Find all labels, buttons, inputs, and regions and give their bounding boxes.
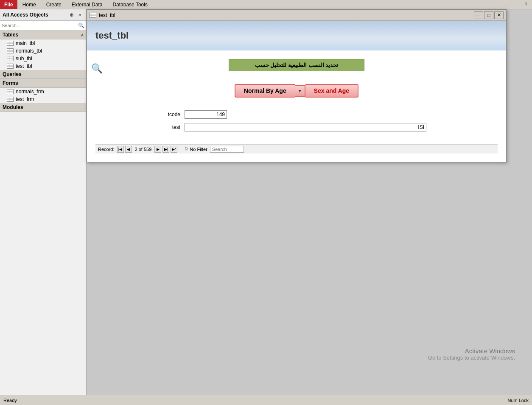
sidebar-search-icon[interactable]: ⊕ [67, 11, 75, 19]
modal-title-text: test_tbl [99, 12, 474, 18]
search-input[interactable] [2, 23, 78, 28]
database-tools-menu[interactable]: Database Tools [107, 0, 153, 9]
sidebar-header: All Access Objects ⊕ « [0, 9, 86, 21]
num-lock: Num Lock [507, 398, 529, 403]
last-record-button[interactable]: ▶| [162, 146, 169, 153]
file-menu[interactable]: File [0, 0, 17, 9]
form-icon [7, 89, 14, 94]
content-area: test_tbl — □ ✕ test_tbl 🔍 تحديد النسب ال… [87, 9, 532, 395]
normals-tbl-label: normals_tbl [16, 48, 42, 54]
sidebar-item-normals-tbl[interactable]: normals_tbl [0, 47, 86, 55]
sidebar-item-main-tbl[interactable]: main_tbl [0, 39, 86, 47]
test-input[interactable] [185, 123, 426, 131]
sidebar-collapse-icon[interactable]: « [76, 11, 84, 19]
prev-record-button[interactable]: ◀ [125, 146, 132, 153]
forms-label: Forms [3, 80, 18, 86]
bottom-bar: Ready Num Lock [0, 395, 532, 405]
magnify-icon: 🔍 [91, 63, 103, 74]
test-tbl-label: test_tbl [16, 63, 32, 69]
modal-maximize-button[interactable]: □ [484, 11, 493, 19]
forms-section-header[interactable]: Forms [0, 79, 86, 88]
create-menu[interactable]: Create [41, 0, 67, 9]
sidebar-header-icons: ⊕ « [67, 11, 84, 19]
activate-windows: Activate Windows Go to Settings to activ… [428, 347, 515, 361]
sidebar-item-test-tbl[interactable]: test_tbl [0, 62, 86, 70]
new-record-button[interactable]: ▶* [171, 146, 177, 153]
search-box: 🔍 [0, 21, 86, 31]
record-label: Record: [98, 147, 115, 152]
form-status-bar: Record: |◀ ◀ 2 of 559 ▶ ▶| ▶* ⚐ No Filte… [95, 144, 498, 154]
activate-subtitle: Go to Settings to activate Windows. [428, 355, 515, 361]
external-data-menu[interactable]: External Data [67, 0, 108, 9]
tcode-row: tcode [95, 110, 498, 119]
tcode-input[interactable] [185, 110, 227, 119]
queries-section-header[interactable]: Queries [0, 70, 86, 79]
menu-bar: File Home Create External Data Database … [0, 0, 532, 9]
activate-title: Activate Windows [428, 347, 515, 355]
no-filter-button[interactable]: ⚐ No Filter [184, 146, 207, 152]
top-window-controls: ? [522, 1, 532, 8]
queries-label: Queries [3, 71, 22, 77]
form-body: 🔍 تحديد النسب الطبيعية للتحليل حسب Norma… [87, 50, 506, 162]
modules-section-header[interactable]: Modules [0, 103, 86, 112]
dropdown-arrow-button[interactable]: ▼ [295, 85, 305, 97]
normals-frm-label: normals_frm [16, 89, 44, 95]
button-row: Normal By Age ▼ Sex and Age [95, 84, 498, 98]
modal-controls: — □ ✕ [474, 11, 504, 19]
table-icon [7, 56, 14, 61]
sub-tbl-label: sub_tbl [16, 56, 32, 61]
test-row: test [95, 123, 498, 131]
filter-icon: ⚐ [184, 146, 188, 152]
record-info: 2 of 559 [135, 147, 152, 152]
search-bar-input[interactable] [210, 146, 244, 153]
modules-label: Modules [3, 104, 23, 110]
no-filter-label: No Filter [190, 147, 207, 152]
main-layout: All Access Objects ⊕ « 🔍 Tables ∧ main_t… [0, 9, 532, 395]
modal-window: test_tbl — □ ✕ test_tbl 🔍 تحديد النسب ال… [87, 9, 507, 162]
tables-label: Tables [3, 32, 18, 38]
search-icon[interactable]: 🔍 [78, 22, 84, 29]
tables-chevron: ∧ [81, 33, 84, 37]
table-icon [7, 41, 14, 46]
main-tbl-label: main_tbl [16, 40, 35, 46]
sidebar-title: All Access Objects [3, 12, 67, 18]
table-icon [7, 64, 14, 69]
status-ready: Ready [3, 398, 507, 403]
table-icon [7, 48, 14, 53]
modal-minimize-button[interactable]: — [474, 11, 483, 19]
test-label: test [146, 124, 180, 130]
form-header: test_tbl [87, 21, 506, 50]
arabic-label-button[interactable]: تحديد النسب الطبيعية للتحليل حسب [229, 59, 364, 71]
modal-title-icon [90, 13, 96, 18]
form-icon [7, 97, 14, 102]
sidebar-item-test-frm[interactable]: test_frm [0, 95, 86, 103]
tables-section-header[interactable]: Tables ∧ [0, 31, 86, 39]
record-nav: |◀ ◀ 2 of 559 ▶ ▶| ▶* [117, 146, 178, 153]
sidebar-item-sub-tbl[interactable]: sub_tbl [0, 55, 86, 62]
test-frm-label: test_frm [16, 96, 34, 102]
help-icon[interactable]: ? [523, 1, 529, 8]
home-menu[interactable]: Home [17, 0, 41, 9]
modal-titlebar: test_tbl — □ ✕ [87, 10, 506, 21]
form-title: test_tbl [95, 30, 129, 41]
tcode-label: tcode [146, 112, 180, 117]
sex-and-age-button[interactable]: Sex and Age [305, 84, 359, 98]
sidebar: All Access Objects ⊕ « 🔍 Tables ∧ main_t… [0, 9, 87, 395]
first-record-button[interactable]: |◀ [117, 146, 124, 153]
normal-by-age-button[interactable]: Normal By Age [235, 84, 295, 98]
sidebar-item-normals-frm[interactable]: normals_frm [0, 88, 86, 95]
next-record-button[interactable]: ▶ [154, 146, 161, 153]
modal-close-button[interactable]: ✕ [494, 11, 504, 19]
